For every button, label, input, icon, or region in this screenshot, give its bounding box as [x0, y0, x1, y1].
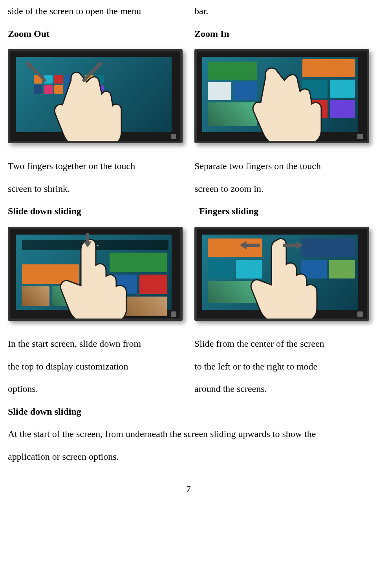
zoom-in-title: Zoom In: [194, 29, 229, 39]
windows-key-icon: [357, 134, 363, 139]
fingers-sliding-desc-line1: Slide from the center of the screen: [194, 339, 324, 349]
fingers-sliding-illustration: [194, 227, 369, 321]
zoom-out-desc-line2: screen to shrink.: [8, 184, 70, 194]
windows-key-icon: [171, 134, 176, 139]
zoom-out-title: Zoom Out: [8, 29, 49, 39]
page-number: 7: [186, 484, 191, 494]
section2-images: ▪ ▪ ▪: [8, 223, 369, 333]
document-page: side of the screen to open the menu bar.…: [0, 0, 377, 509]
zoom-in-desc-line2: screen to zoom in.: [194, 184, 264, 194]
windows-key-icon: [171, 311, 176, 317]
fingers-sliding-desc-line2: to the left or to the right to mode: [194, 361, 317, 371]
svg-line-3: [83, 66, 98, 81]
section2-titles: Slide down sliding Fingers sliding: [8, 200, 369, 223]
header-left-text: side of the screen to open the menu: [8, 6, 141, 16]
fingers-sliding-title: Fingers sliding: [199, 206, 258, 216]
section1-desc: Two fingers together on the touch screen…: [8, 155, 369, 200]
svg-marker-9: [296, 241, 303, 249]
svg-marker-5: [84, 242, 92, 247]
svg-line-1: [30, 66, 46, 81]
windows-key-icon: [357, 311, 363, 317]
slide-down-desc-line2: the top to display customization: [8, 361, 128, 371]
slide-down-title: Slide down sliding: [8, 206, 81, 216]
zoom-in-desc-line1: Separate two fingers on the touch: [194, 161, 321, 171]
section2-desc: In the start screen, slide down from the…: [8, 333, 369, 400]
slide-down-illustration: ▪ ▪ ▪: [8, 227, 183, 321]
section3-title-row: Slide down sliding: [8, 400, 369, 423]
slide-down-sliding-2-title: Slide down sliding: [8, 406, 81, 417]
zoom-out-desc-line1: Two fingers together on the touch: [8, 161, 135, 171]
header-right-text: bar.: [194, 6, 208, 16]
zoom-in-illustration: [194, 49, 369, 143]
slide-down-desc-line3: options.: [8, 384, 38, 394]
section1-images: [8, 45, 369, 155]
zoom-out-illustration: [8, 49, 183, 143]
section3-desc-line1: At the start of the screen, from underne…: [8, 429, 316, 439]
slide-down-desc-line1: In the start screen, slide down from: [8, 339, 141, 349]
section1-titles: Zoom Out Zoom In: [8, 23, 369, 46]
header-row: side of the screen to open the menu bar.: [8, 0, 369, 23]
section3-desc-line2: application or screen options.: [8, 451, 119, 462]
svg-marker-6: [240, 241, 246, 249]
fingers-sliding-desc-line3: around the screens.: [194, 384, 267, 394]
